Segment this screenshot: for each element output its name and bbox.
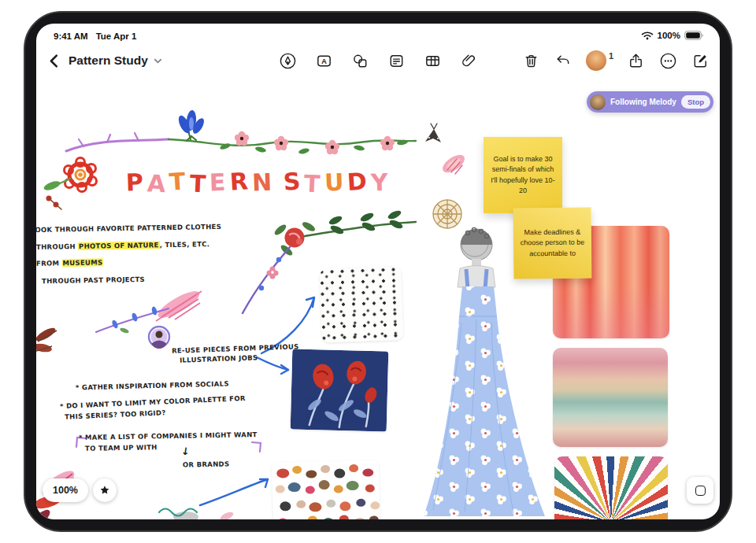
bottom-right-corner-button[interactable] xyxy=(687,477,713,504)
floral-painting-image[interactable] xyxy=(291,349,389,431)
lace-circle-drawing[interactable] xyxy=(433,200,461,228)
ray-stripes-image[interactable] xyxy=(554,456,668,519)
down-arrow-doodle[interactable]: ↓ xyxy=(180,445,191,457)
garland-drawing[interactable] xyxy=(66,110,468,176)
teal-scribble-drawing[interactable] xyxy=(159,509,235,520)
ipad-device-frame: 9:41 AM Tue Apr 1 100% Pattern Study xyxy=(24,11,732,532)
favorites-star-button[interactable] xyxy=(93,478,117,502)
sticky-note-deadlines[interactable]: Make deadlines & choose person to be acc… xyxy=(513,208,592,279)
sticky-note-goal[interactable]: Goal is to make 30 semi-finals of which … xyxy=(484,137,562,213)
crop-mark-right[interactable] xyxy=(252,442,261,452)
arrow-to-abstract[interactable] xyxy=(200,479,268,505)
whiteboard-canvas[interactable]: PATTERNSTUDY Look through favorite patte… xyxy=(36,24,720,519)
abstract-dots-art xyxy=(272,460,380,519)
note-companies-line2[interactable]: to team up with xyxy=(85,443,158,452)
highlight-photos-of-nature: photos of nature xyxy=(78,241,160,250)
abstract-dots-image[interactable] xyxy=(272,460,380,519)
zoom-level-button[interactable]: 100% xyxy=(43,478,88,502)
star-icon xyxy=(98,484,111,497)
note-or-brands[interactable]: or brands xyxy=(183,460,229,468)
coral-leaf-drawing xyxy=(439,151,467,175)
board-art-title[interactable]: PATTERNSTUDY xyxy=(126,168,392,196)
maroon-leaves-drawing[interactable] xyxy=(36,326,57,353)
highlight-museums: museums xyxy=(61,258,103,267)
freeform-app-screen: 9:41 AM Tue Apr 1 100% Pattern Study xyxy=(36,24,720,519)
red-flower-drawing[interactable] xyxy=(43,158,96,210)
collaborator-cursor-avatar[interactable] xyxy=(149,327,169,349)
square-glyph-icon xyxy=(695,486,706,496)
arrow-to-floral[interactable] xyxy=(257,357,288,374)
feather-drawing[interactable] xyxy=(155,286,203,323)
blue-flower-drawing xyxy=(176,110,206,141)
bottom-left-controls: 100% xyxy=(43,478,117,502)
polka-dot-image[interactable] xyxy=(319,266,403,343)
watercolor-image[interactable] xyxy=(553,348,668,447)
note-from-museums[interactable]: From museums xyxy=(36,258,103,267)
floral-painting-art xyxy=(291,349,389,431)
moth-drawing xyxy=(425,124,441,142)
